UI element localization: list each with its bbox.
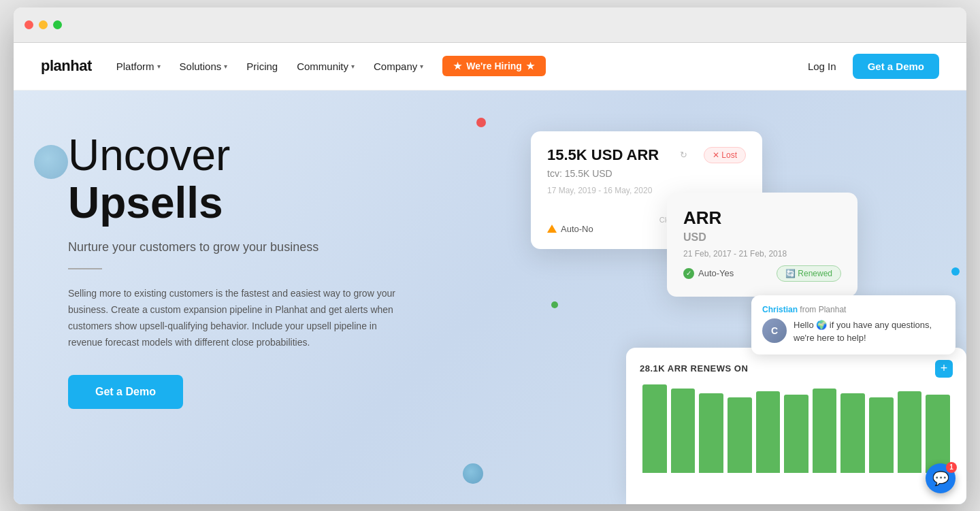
auto-yes-label: ✓ Auto-Yes (683, 268, 734, 279)
pricing-label: Pricing (246, 61, 278, 72)
minimize-dot[interactable] (39, 20, 48, 29)
hero-title-bold: Upsells (68, 179, 408, 227)
lost-status-badge: ✕ Lost (704, 147, 746, 163)
chart-add-button[interactable]: + (935, 360, 953, 378)
nav-item-company[interactable]: Company ▾ (374, 61, 423, 72)
nav-item-platform[interactable]: Platform ▾ (116, 61, 161, 72)
chart-bar (813, 389, 837, 473)
card-header: 15.5K USD ARR ↻ ✕ Lost (547, 146, 746, 164)
chat-notification-badge: 1 (946, 462, 957, 473)
login-button[interactable]: Log In (808, 61, 836, 72)
chart-bar (699, 393, 723, 473)
chart-header: 28.1K ARR RENEWS ON + (640, 360, 953, 378)
refresh-icon: ↻ (680, 150, 687, 160)
card2-usd: USD (683, 231, 841, 244)
chart-bar (926, 395, 950, 472)
star-icon-left: ★ (453, 61, 462, 71)
divider (68, 268, 102, 269)
chat-body: C Hello 🌍 if you have any questions, we'… (762, 318, 945, 345)
chart-panel: 28.1K ARR RENEWS ON + (626, 348, 966, 504)
get-demo-button-hero[interactable]: Get a Demo (68, 375, 183, 409)
auto-no-label: Auto-No (547, 224, 593, 234)
chart-bar (840, 393, 865, 473)
avatar: C (762, 318, 787, 343)
browser-window: planhat Platform ▾ Solutions ▾ Pricing C… (14, 7, 966, 504)
chevron-down-icon: ▾ (224, 63, 227, 70)
chat-widget-button[interactable]: 💬 1 (926, 463, 956, 493)
chat-icon: 💬 (932, 470, 949, 487)
logo[interactable]: planhat (41, 57, 92, 75)
chart-bar (671, 389, 696, 473)
chat-bubble: Christian from Planhat C Hello 🌍 if you … (751, 295, 956, 355)
chevron-down-icon: ▾ (157, 63, 161, 70)
warning-icon (547, 225, 557, 233)
chart-bar (869, 397, 894, 473)
nav-right: Log In Get a Demo (808, 54, 939, 79)
card-arr-value: 15.5K USD ARR (547, 146, 659, 164)
nav-item-solutions[interactable]: Solutions ▾ (180, 61, 228, 72)
platform-label: Platform (116, 61, 154, 72)
chevron-down-icon: ▾ (420, 63, 423, 70)
card-tcv: tcv: 15.5K USD (547, 168, 746, 179)
chat-from: Christian from Planhat (762, 305, 945, 314)
card2-footer: ✓ Auto-Yes 🔄 Renewed (683, 265, 841, 282)
maximize-dot[interactable] (53, 20, 62, 29)
chart-bar (898, 391, 922, 473)
solutions-label: Solutions (180, 61, 222, 72)
chart-bar (784, 395, 808, 472)
chart-bar (642, 384, 667, 473)
chevron-down-icon: ▾ (351, 63, 355, 70)
deal-card-renewed: ARR USD 21 Feb, 2017 - 21 Feb, 2018 ✓ Au… (667, 193, 858, 297)
chat-message: Hello 🌍 if you have any questions, we're… (794, 318, 945, 345)
chart-bar (756, 391, 781, 473)
hero-left: Uncover Upsells Nurture your customers t… (68, 125, 408, 410)
hiring-badge[interactable]: ★ We're Hiring ★ (442, 56, 546, 76)
browser-chrome (14, 7, 966, 43)
hero-right: 15.5K USD ARR ↻ ✕ Lost tcv: 15.5K USD 17… (476, 90, 966, 504)
close-dot[interactable] (24, 20, 33, 29)
star-icon-right: ★ (526, 61, 535, 71)
card2-arr: ARR (683, 208, 841, 229)
chat-company: from Planhat (800, 305, 846, 314)
get-demo-button-nav[interactable]: Get a Demo (853, 54, 939, 79)
hero-subtitle: Nurture your customers to grow your busi… (68, 240, 408, 254)
community-label: Community (297, 61, 348, 72)
company-label: Company (374, 61, 417, 72)
chart-bars (640, 384, 953, 473)
decor-dot-blue (34, 145, 68, 179)
nav-item-pricing[interactable]: Pricing (246, 61, 278, 72)
chat-sender: Christian (762, 305, 798, 314)
hiring-label: We're Hiring (466, 61, 522, 71)
card2-dates: 21 Feb, 2017 - 21 Feb, 2018 (683, 249, 841, 259)
check-icon: ✓ (683, 268, 694, 279)
chart-title: 28.1K ARR RENEWS ON (640, 363, 748, 374)
hero-title: Uncover Upsells (68, 131, 408, 227)
nav-item-community[interactable]: Community ▾ (297, 61, 355, 72)
navbar: planhat Platform ▾ Solutions ▾ Pricing C… (14, 43, 966, 90)
renewed-status-badge: 🔄 Renewed (777, 265, 841, 282)
nav-links: Platform ▾ Solutions ▾ Pricing Community… (116, 56, 808, 76)
hero-title-light: Uncover (68, 131, 408, 179)
hero-body: Selling more to existing customers is th… (68, 286, 408, 350)
hero-section: Uncover Upsells Nurture your customers t… (14, 90, 966, 504)
chart-bar (728, 397, 752, 473)
